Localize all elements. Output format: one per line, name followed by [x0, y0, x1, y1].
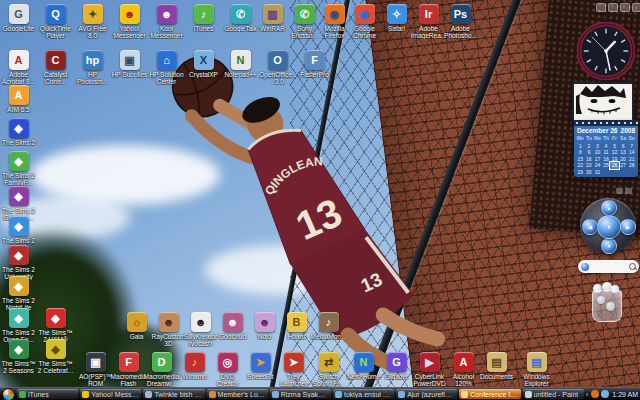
desktop-icon[interactable]: N Nero Home — [345, 352, 382, 380]
desktop-icon-image: D — [152, 352, 172, 372]
desktop-icon[interactable]: ☻ Kool Messenger — [148, 4, 185, 39]
desktop-icon[interactable]: A Adobe Acrobat 8... — [0, 50, 37, 85]
calendar-day-cell[interactable]: 30 — [585, 169, 594, 176]
sidebar-control-button[interactable] — [596, 3, 606, 12]
calendar-day-cell[interactable]: 27 — [619, 162, 628, 169]
desktop-icon[interactable]: ◆ The Sims™ 2 H&M® Fa... — [37, 308, 74, 343]
desktop-icon[interactable]: ☻ Yahoo! Messenger — [111, 4, 148, 39]
desktop-icon-image: ◆ — [9, 276, 29, 296]
desktop-icon[interactable]: ➤ SpeedBit — [242, 352, 279, 380]
tray-clock[interactable]: 1:29 AM — [612, 391, 638, 398]
desktop-icon-image: A — [454, 352, 474, 372]
desktop-icon-image: N — [354, 352, 374, 372]
tray-icon[interactable] — [591, 390, 599, 398]
desktop-icon[interactable]: ◆ The Sims 2 FamilyF... — [0, 151, 37, 186]
taskbar-button[interactable]: tokiya.ensui -- a... — [333, 389, 394, 399]
desktop-icon[interactable]: ▤ Documents — [478, 352, 515, 380]
desktop-icon-glyph: ◆ — [14, 220, 22, 233]
desktop-icon-glyph: ✧ — [392, 8, 401, 21]
desktop-icon[interactable]: O OpenOffice... 3.0 — [259, 50, 296, 85]
desktop-icon-label: SpeedBit — [242, 373, 279, 380]
taskbar-button[interactable]: Rizma Syakurah ... — [270, 389, 331, 399]
desktop-icon-image: hp — [83, 50, 103, 70]
desktop-icon[interactable]: ♪ iTunes — [185, 4, 222, 32]
desktop-icon[interactable]: ➤ Trey Launcher — [275, 352, 312, 387]
photo-widget[interactable] — [572, 82, 634, 122]
desktop-icon-label: AO(PSP)™ ROM — [77, 373, 114, 387]
desktop-icon[interactable]: ♪ MediaMon... — [310, 312, 347, 340]
desktop-icon-label: Notepad++ — [222, 71, 259, 78]
recycle-bin[interactable] — [589, 284, 623, 322]
desktop-icon[interactable]: X CrystalXP — [185, 50, 222, 78]
sidebar-control-button[interactable] — [620, 3, 630, 12]
desktop-icon[interactable]: N Notepad++ — [222, 50, 259, 78]
desktop-icon-glyph: Q — [51, 8, 60, 20]
desktop-icon[interactable]: ♪ Winamp — [176, 352, 213, 380]
sidebar-control-button[interactable] — [608, 3, 618, 12]
media-button[interactable]: ◀ — [582, 219, 598, 235]
desktop-icon-glyph: Ir — [425, 8, 432, 20]
taskbar-button[interactable]: Twinkle bish (th... — [143, 389, 204, 399]
media-controller-widget: ▲ ◀ ▶ ▼ ‖ — [580, 198, 636, 254]
media-button[interactable]: ‖ — [597, 215, 621, 239]
desktop-icon[interactable]: hp HP Photosm... — [74, 50, 111, 85]
taskbar-button-icon — [461, 391, 468, 398]
desktop-icon[interactable]: D Macromedia Dreamw... — [143, 352, 180, 387]
desktop-icon[interactable]: A AIM 6.5 — [0, 85, 37, 113]
calendar-button[interactable] — [616, 188, 623, 194]
desktop-icon[interactable]: Q QuickTime Player — [37, 4, 74, 39]
calendar-day-cell[interactable]: 26 — [610, 162, 619, 169]
taskbar-button-icon — [525, 391, 532, 398]
desktop-icon-glyph: ♪ — [192, 356, 198, 368]
calendar-day-cell[interactable]: 29 — [576, 169, 585, 176]
desktop-icon[interactable]: Ps Adobe Photosho... — [442, 4, 479, 39]
desktop-icon-label: Documents — [478, 373, 515, 380]
desktop-icon[interactable]: ▣ AO(PSP)™ ROM — [77, 352, 114, 387]
desktop-icon[interactable]: ◆ The Sims 2 Open Fo... — [0, 308, 37, 343]
media-button[interactable]: ▼ — [601, 238, 617, 254]
taskbar-button[interactable]: Member's Loun... — [207, 389, 268, 399]
desktop-icon[interactable]: F Macromedia Flash — [110, 352, 147, 387]
desktop-icon-image: N — [231, 50, 251, 70]
desktop-icon-glyph: ◆ — [14, 122, 22, 135]
desktop-icon[interactable]: ⌂ HP Solution Center — [148, 50, 185, 85]
desktop-icon-label: AIM 6.5 — [0, 106, 37, 113]
desktop-icon[interactable]: ◆ The Sims™ 2 Celebrat... — [37, 339, 74, 374]
desktop-icon[interactable]: ◆ The Sims 2 NightLife — [0, 276, 37, 311]
sidebar-control-button[interactable] — [632, 3, 640, 12]
desktop-icon[interactable]: ✦ AVG Free 8.0 — [74, 4, 111, 39]
calendar-button[interactable] — [625, 188, 632, 194]
start-button[interactable] — [2, 388, 15, 400]
calendar-day-cell[interactable]: 31 — [593, 169, 602, 176]
desktop-icon[interactable]: A Alcohol 120% — [445, 352, 482, 387]
desktop-icon-glyph: ▣ — [90, 356, 100, 369]
calendar-day-cell[interactable]: 25 — [602, 162, 611, 169]
taskbar-button[interactable]: untitled - Paint — [523, 389, 584, 399]
desktop-icon[interactable]: ◆ The Sims 2 — [0, 118, 37, 146]
desktop-icon[interactable]: G GoogleLite — [0, 4, 37, 32]
taskbar-button-label: Rizma Syakurah ... — [281, 391, 329, 398]
desktop-icon[interactable]: ◎ DVD Creator — [209, 352, 246, 387]
calendar-widget[interactable]: December 26 2008 MoTuWeThFrSaSu 12345678… — [574, 120, 638, 177]
desktop-icon[interactable]: ▣ HP Supplies — [111, 50, 148, 78]
taskbar-button[interactable]: iTunes — [17, 389, 78, 399]
taskbar-button[interactable]: Ajur (azureflame... — [396, 389, 457, 399]
desktop-icon[interactable]: ⇄ Switch Sound Fi... — [310, 352, 347, 387]
desktop-icon[interactable]: ▤ Windows Explorer — [518, 352, 555, 387]
media-button[interactable]: ▲ — [601, 200, 617, 216]
desktop-icon[interactable]: ▶ CyberLink PowerDVD — [411, 352, 448, 387]
taskbar-button[interactable]: Conference lad... — [459, 389, 520, 399]
analog-clock-widget[interactable] — [577, 22, 635, 80]
media-button[interactable]: ▶ — [620, 219, 636, 235]
desktop-icon[interactable]: ◆ The Sims™ 2 Seasons — [0, 339, 37, 374]
tray-expand-chevron-icon[interactable]: ‹ — [586, 390, 589, 399]
taskbar-button[interactable]: Yahoo! Messeng... — [80, 389, 141, 399]
desktop-icon[interactable]: C Catalyst Contr... — [37, 50, 74, 85]
search-input[interactable] — [591, 263, 627, 271]
desktop-icon[interactable]: G Gigaget — [378, 352, 415, 380]
tray-icon[interactable] — [601, 390, 609, 398]
calendar-day-cell[interactable]: 28 — [627, 162, 636, 169]
desktop-icon[interactable]: F FasterPro — [296, 50, 333, 78]
desktop-icon-label: Yahoo! Messenger — [111, 25, 148, 39]
desktop-icon[interactable]: ◆ The Sims 2 University — [0, 245, 37, 280]
